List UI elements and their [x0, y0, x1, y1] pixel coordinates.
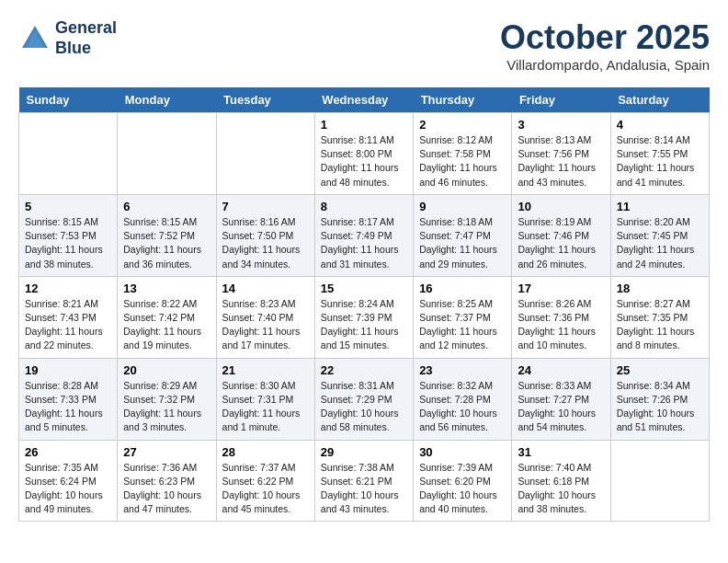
day-number: 28: [222, 445, 309, 459]
weekday-header-monday: Monday: [118, 87, 216, 113]
calendar-cell: 20Sunrise: 8:29 AMSunset: 7:32 PMDayligh…: [118, 358, 216, 440]
calendar-cell: 25Sunrise: 8:34 AMSunset: 7:26 PMDayligh…: [610, 358, 709, 440]
cell-content: Sunrise: 7:36 AMSunset: 6:23 PMDaylight:…: [123, 461, 210, 517]
day-number: 11: [617, 200, 703, 213]
calendar-cell: 30Sunrise: 7:39 AMSunset: 6:20 PMDayligh…: [414, 440, 512, 522]
weekday-header-saturday: Saturday: [610, 87, 709, 113]
calendar-cell: 28Sunrise: 7:37 AMSunset: 6:22 PMDayligh…: [216, 440, 314, 522]
page-header: General Blue October 2025 Villardompardo…: [18, 18, 710, 73]
cell-content: Sunrise: 8:29 AMSunset: 7:32 PMDaylight:…: [123, 379, 210, 435]
cell-content: Sunrise: 8:14 AMSunset: 7:55 PMDaylight:…: [617, 133, 703, 190]
day-number: 5: [25, 200, 111, 213]
day-number: 30: [419, 445, 506, 459]
day-number: 1: [321, 118, 407, 132]
calendar-cell: 17Sunrise: 8:26 AMSunset: 7:36 PMDayligh…: [512, 276, 610, 358]
calendar-cell: [118, 113, 216, 195]
cell-content: Sunrise: 7:38 AMSunset: 6:21 PMDaylight:…: [321, 461, 407, 517]
day-number: 18: [617, 282, 703, 295]
calendar-cell: 26Sunrise: 7:35 AMSunset: 6:24 PMDayligh…: [19, 440, 118, 522]
day-number: 7: [222, 200, 309, 213]
calendar-cell: 29Sunrise: 7:38 AMSunset: 6:21 PMDayligh…: [314, 440, 413, 522]
weekday-header-sunday: Sunday: [19, 87, 118, 113]
day-number: 12: [25, 282, 111, 295]
calendar-cell: 19Sunrise: 8:28 AMSunset: 7:33 PMDayligh…: [19, 358, 118, 440]
calendar-cell: 2Sunrise: 8:12 AMSunset: 7:58 PMDaylight…: [414, 113, 512, 195]
cell-content: Sunrise: 7:35 AMSunset: 6:24 PMDaylight:…: [25, 461, 111, 517]
day-number: 10: [518, 200, 604, 213]
day-number: 25: [617, 363, 703, 377]
logo-icon: [18, 22, 51, 55]
calendar-cell: 13Sunrise: 8:22 AMSunset: 7:42 PMDayligh…: [118, 276, 216, 358]
cell-content: Sunrise: 7:40 AMSunset: 6:18 PMDaylight:…: [518, 461, 604, 517]
cell-content: Sunrise: 8:15 AMSunset: 7:52 PMDaylight:…: [123, 215, 210, 271]
day-number: 4: [617, 118, 703, 132]
day-number: 29: [321, 445, 407, 459]
cell-content: Sunrise: 8:20 AMSunset: 7:45 PMDaylight:…: [617, 215, 703, 271]
cell-content: Sunrise: 7:37 AMSunset: 6:22 PMDaylight:…: [222, 461, 309, 517]
cell-content: Sunrise: 8:21 AMSunset: 7:43 PMDaylight:…: [25, 297, 111, 353]
calendar-cell: 18Sunrise: 8:27 AMSunset: 7:35 PMDayligh…: [610, 276, 709, 358]
weekday-header-friday: Friday: [512, 87, 610, 113]
day-number: 3: [518, 118, 604, 132]
calendar-cell: 14Sunrise: 8:23 AMSunset: 7:40 PMDayligh…: [216, 276, 314, 358]
cell-content: Sunrise: 8:15 AMSunset: 7:53 PMDaylight:…: [25, 215, 111, 271]
day-number: 2: [419, 118, 506, 132]
cell-content: Sunrise: 8:23 AMSunset: 7:40 PMDaylight:…: [222, 297, 309, 353]
logo-text: General Blue: [55, 18, 117, 58]
location: Villardompardo, Andalusia, Spain: [500, 57, 710, 73]
day-number: 17: [518, 282, 604, 295]
cell-content: Sunrise: 8:13 AMSunset: 7:56 PMDaylight:…: [518, 133, 604, 190]
cell-content: Sunrise: 8:30 AMSunset: 7:31 PMDaylight:…: [222, 379, 309, 435]
day-number: 31: [518, 445, 604, 459]
day-number: 15: [321, 282, 407, 295]
day-number: 19: [25, 363, 111, 377]
cell-content: Sunrise: 8:28 AMSunset: 7:33 PMDaylight:…: [25, 379, 111, 435]
cell-content: Sunrise: 7:39 AMSunset: 6:20 PMDaylight:…: [419, 461, 506, 517]
cell-content: Sunrise: 8:32 AMSunset: 7:28 PMDaylight:…: [419, 379, 506, 435]
cell-content: Sunrise: 8:31 AMSunset: 7:29 PMDaylight:…: [321, 379, 407, 435]
calendar-cell: 1Sunrise: 8:11 AMSunset: 8:00 PMDaylight…: [314, 113, 413, 195]
calendar-cell: 27Sunrise: 7:36 AMSunset: 6:23 PMDayligh…: [118, 440, 216, 522]
title-block: October 2025 Villardompardo, Andalusia, …: [500, 18, 710, 73]
calendar-table: SundayMondayTuesdayWednesdayThursdayFrid…: [18, 87, 710, 522]
calendar-cell: [216, 113, 314, 195]
calendar-cell: 7Sunrise: 8:16 AMSunset: 7:50 PMDaylight…: [216, 194, 314, 276]
calendar-cell: 10Sunrise: 8:19 AMSunset: 7:46 PMDayligh…: [512, 194, 610, 276]
cell-content: Sunrise: 8:27 AMSunset: 7:35 PMDaylight:…: [617, 297, 703, 353]
calendar-cell: [610, 440, 709, 522]
day-number: 16: [419, 282, 506, 295]
cell-content: Sunrise: 8:25 AMSunset: 7:37 PMDaylight:…: [419, 297, 506, 353]
day-number: 6: [123, 200, 210, 213]
day-number: 14: [222, 282, 309, 295]
calendar-cell: 3Sunrise: 8:13 AMSunset: 7:56 PMDaylight…: [512, 113, 610, 195]
day-number: 24: [518, 363, 604, 377]
calendar-cell: 4Sunrise: 8:14 AMSunset: 7:55 PMDaylight…: [610, 113, 709, 195]
month-title: October 2025: [500, 18, 710, 57]
calendar-cell: 16Sunrise: 8:25 AMSunset: 7:37 PMDayligh…: [414, 276, 512, 358]
logo: General Blue: [18, 18, 117, 58]
weekday-header-wednesday: Wednesday: [314, 87, 413, 113]
calendar-cell: 15Sunrise: 8:24 AMSunset: 7:39 PMDayligh…: [314, 276, 413, 358]
calendar-cell: 11Sunrise: 8:20 AMSunset: 7:45 PMDayligh…: [610, 194, 709, 276]
calendar-cell: 31Sunrise: 7:40 AMSunset: 6:18 PMDayligh…: [512, 440, 610, 522]
cell-content: Sunrise: 8:26 AMSunset: 7:36 PMDaylight:…: [518, 297, 604, 353]
calendar-cell: 21Sunrise: 8:30 AMSunset: 7:31 PMDayligh…: [216, 358, 314, 440]
weekday-header-row: SundayMondayTuesdayWednesdayThursdayFrid…: [19, 87, 710, 113]
cell-content: Sunrise: 8:11 AMSunset: 8:00 PMDaylight:…: [321, 133, 407, 190]
day-number: 20: [123, 363, 210, 377]
week-row-4: 19Sunrise: 8:28 AMSunset: 7:33 PMDayligh…: [19, 358, 710, 440]
cell-content: Sunrise: 8:12 AMSunset: 7:58 PMDaylight:…: [419, 133, 506, 190]
calendar-cell: 6Sunrise: 8:15 AMSunset: 7:52 PMDaylight…: [118, 194, 216, 276]
calendar-cell: 24Sunrise: 8:33 AMSunset: 7:27 PMDayligh…: [512, 358, 610, 440]
week-row-5: 26Sunrise: 7:35 AMSunset: 6:24 PMDayligh…: [19, 440, 710, 522]
day-number: 8: [321, 200, 407, 213]
weekday-header-tuesday: Tuesday: [216, 87, 314, 113]
calendar-cell: 12Sunrise: 8:21 AMSunset: 7:43 PMDayligh…: [19, 276, 118, 358]
day-number: 27: [123, 445, 210, 459]
day-number: 22: [321, 363, 407, 377]
day-number: 13: [123, 282, 210, 295]
calendar-cell: 23Sunrise: 8:32 AMSunset: 7:28 PMDayligh…: [414, 358, 512, 440]
cell-content: Sunrise: 8:22 AMSunset: 7:42 PMDaylight:…: [123, 297, 210, 353]
day-number: 23: [419, 363, 506, 377]
cell-content: Sunrise: 8:16 AMSunset: 7:50 PMDaylight:…: [222, 215, 309, 271]
